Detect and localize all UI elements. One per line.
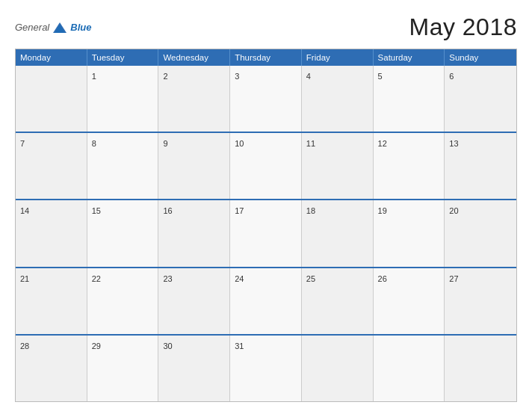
table-row: 20 xyxy=(445,200,516,266)
table-row: 12 xyxy=(374,133,445,199)
table-row: 3 xyxy=(230,66,302,132)
table-row: 29 xyxy=(87,336,159,401)
table-row: 17 xyxy=(230,200,302,266)
table-row: 31 xyxy=(230,336,302,401)
header: General Blue May 2018 xyxy=(15,13,517,41)
cell-empty xyxy=(16,66,87,132)
table-row: 10 xyxy=(230,133,302,199)
table-row: 5 xyxy=(374,66,445,132)
table-row: 28 xyxy=(16,336,87,401)
cell-empty xyxy=(374,336,445,401)
logo-blue-text: Blue xyxy=(70,22,91,33)
logo-general-text: General xyxy=(15,22,49,33)
table-row: 23 xyxy=(158,268,230,334)
header-monday: Monday xyxy=(16,49,87,66)
table-row: 27 xyxy=(445,268,516,334)
table-row: 26 xyxy=(374,268,445,334)
calendar-body: 1 2 3 4 5 6 7 8 9 10 11 12 13 14 15 xyxy=(16,66,516,401)
table-row: 2 xyxy=(158,66,230,132)
table-row: 13 xyxy=(445,133,516,199)
table-row: 9 xyxy=(158,133,230,199)
table-row: 21 xyxy=(16,268,87,334)
table-row: 8 xyxy=(87,133,159,199)
logo-icon xyxy=(52,21,68,34)
table-row: 15 xyxy=(87,200,159,266)
table-row: 1 xyxy=(87,66,159,132)
week-2: 7 8 9 10 11 12 13 xyxy=(16,132,516,199)
header-sunday: Sunday xyxy=(445,49,516,66)
table-row: 18 xyxy=(302,200,374,266)
header-tuesday: Tuesday xyxy=(87,49,159,66)
page: General Blue May 2018 Monday Tuesday Wed… xyxy=(0,0,532,411)
logo: General Blue xyxy=(15,21,91,34)
week-4: 21 22 23 24 25 26 27 xyxy=(16,267,516,334)
calendar-header: Monday Tuesday Wednesday Thursday Friday… xyxy=(16,49,516,66)
table-row: 30 xyxy=(158,336,230,401)
month-title: May 2018 xyxy=(409,13,517,41)
table-row: 6 xyxy=(445,66,516,132)
header-friday: Friday xyxy=(302,49,374,66)
cell-empty xyxy=(445,336,516,401)
table-row: 24 xyxy=(230,268,302,334)
week-3: 14 15 16 17 18 19 20 xyxy=(16,199,516,266)
table-row: 7 xyxy=(16,133,87,199)
table-row: 14 xyxy=(16,200,87,266)
cell-empty xyxy=(302,336,374,401)
header-wednesday: Wednesday xyxy=(158,49,230,66)
header-thursday: Thursday xyxy=(230,49,302,66)
table-row: 22 xyxy=(87,268,159,334)
table-row: 4 xyxy=(302,66,374,132)
week-1: 1 2 3 4 5 6 xyxy=(16,66,516,132)
calendar: Monday Tuesday Wednesday Thursday Friday… xyxy=(15,49,517,402)
header-saturday: Saturday xyxy=(374,49,445,66)
week-5: 28 29 30 31 xyxy=(16,334,516,401)
table-row: 16 xyxy=(158,200,230,266)
table-row: 11 xyxy=(302,133,374,199)
table-row: 19 xyxy=(374,200,445,266)
table-row: 25 xyxy=(302,268,374,334)
